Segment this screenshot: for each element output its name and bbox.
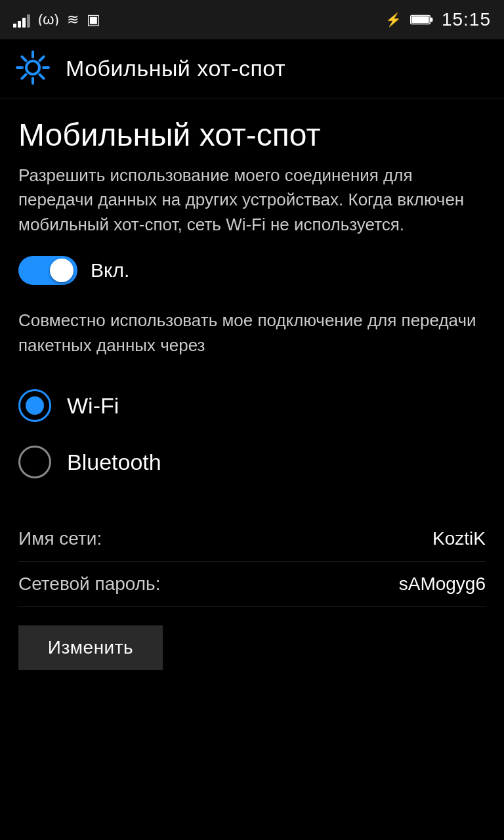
svg-line-10 [40, 74, 44, 78]
svg-text:(ω): (ω) [38, 11, 59, 26]
radio-wifi-circle [18, 389, 51, 422]
page-title: Мобильный хот-спот [18, 118, 486, 153]
radio-bluetooth[interactable]: Bluetooth [18, 434, 486, 490]
network-password-label: Сетевой пароль: [18, 574, 160, 595]
app-bar-title: Мобильный хот-спот [66, 56, 285, 81]
radio-bluetooth-circle [18, 446, 51, 478]
radio-wifi-label: Wi-Fi [67, 393, 119, 419]
nfc-icon: ≋ [67, 11, 79, 28]
svg-line-9 [22, 56, 26, 60]
network-name-label: Имя сети: [18, 528, 102, 549]
svg-rect-2 [411, 16, 429, 23]
svg-line-12 [22, 74, 26, 78]
message-icon: ▣ [87, 11, 100, 28]
status-bar: (ω) ≋ ▣ ⚡ 15:15 [0, 0, 504, 39]
gear-icon [16, 51, 50, 87]
charging-icon: ⚡ [385, 12, 402, 28]
status-time: 15:15 [442, 9, 491, 30]
main-content: Мобильный хот-спот Разрешить использован… [0, 98, 504, 690]
share-description: Совместно использовать мое подключение д… [18, 308, 486, 358]
network-name-value: KoztiK [432, 528, 486, 549]
battery-icon [410, 13, 434, 26]
signal-icon [13, 12, 30, 28]
toggle-label: Вкл. [91, 259, 129, 282]
network-password-value: sAMogyg6 [399, 574, 486, 595]
svg-rect-3 [430, 18, 432, 22]
edit-button[interactable]: Изменить [18, 625, 163, 670]
radio-wifi[interactable]: Wi-Fi [18, 377, 486, 434]
network-info: Имя сети: KoztiK Сетевой пароль: sAMogyg… [18, 516, 486, 607]
toggle-thumb [50, 259, 74, 282]
app-bar: Мобильный хот-спот [0, 39, 504, 98]
network-password-row: Сетевой пароль: sAMogyg6 [18, 562, 486, 607]
hotspot-toggle[interactable] [18, 256, 77, 285]
svg-line-11 [40, 56, 44, 60]
radio-bluetooth-label: Bluetooth [67, 450, 161, 475]
svg-point-4 [26, 61, 39, 74]
status-right-icons: ⚡ 15:15 [385, 9, 491, 30]
hotspot-toggle-row: Вкл. [18, 256, 486, 285]
page-description: Разрешить использование моего соединения… [18, 163, 486, 238]
status-left-icons: (ω) ≋ ▣ [13, 10, 100, 30]
network-name-row: Имя сети: KoztiK [18, 516, 486, 562]
wifi-waves-icon: (ω) [38, 10, 59, 30]
